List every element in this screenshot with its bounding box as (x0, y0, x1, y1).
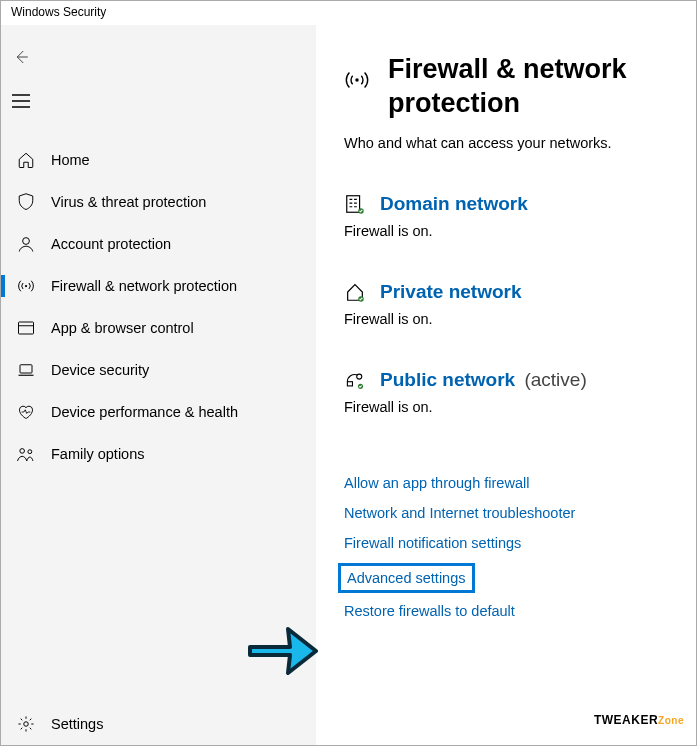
shield-icon (15, 191, 37, 213)
hamburger-icon (12, 94, 30, 108)
network-status: Firewall is on. (344, 399, 676, 415)
network-title: Public network (380, 369, 515, 390)
sidebar-item-firewall[interactable]: Firewall & network protection (1, 265, 316, 307)
svg-point-12 (357, 374, 362, 379)
antenna-large-icon (344, 67, 370, 93)
back-arrow-icon (12, 48, 30, 66)
sidebar-item-family[interactable]: Family options (1, 433, 316, 475)
back-button[interactable] (1, 39, 41, 75)
svg-rect-3 (20, 365, 32, 373)
sidebar-item-performance[interactable]: Device performance & health (1, 391, 316, 433)
network-active-suffix: (active) (519, 369, 587, 390)
link-troubleshooter[interactable]: Network and Internet troubleshooter (344, 505, 575, 521)
link-restore-defaults[interactable]: Restore firewalls to default (344, 603, 515, 619)
watermark-a: TWEAKER (594, 713, 658, 727)
sidebar-item-label: Device security (51, 362, 149, 378)
svg-point-1 (25, 285, 27, 287)
svg-rect-2 (19, 322, 34, 334)
nav-list: Home Virus & threat protection Account p… (1, 139, 316, 703)
network-title: Domain network (380, 193, 528, 215)
sidebar-item-label: Virus & threat protection (51, 194, 206, 210)
domain-network-icon (344, 193, 366, 215)
page-title: Firewall & network protection (388, 53, 676, 121)
link-notification-settings[interactable]: Firewall notification settings (344, 535, 521, 551)
svg-point-5 (28, 450, 32, 454)
hamburger-menu-button[interactable] (1, 81, 41, 121)
page-description: Who and what can access your networks. (344, 135, 676, 151)
network-private[interactable]: Private network Firewall is on. (344, 281, 676, 327)
links-section: Allow an app through firewall Network an… (344, 475, 676, 619)
public-network-icon (344, 369, 366, 391)
svg-point-6 (24, 722, 29, 727)
antenna-icon (15, 275, 37, 297)
private-network-icon (344, 281, 366, 303)
network-title: Private network (380, 281, 522, 303)
sidebar-item-device-security[interactable]: Device security (1, 349, 316, 391)
network-public[interactable]: Public network (active) Firewall is on. (344, 369, 676, 415)
sidebar-item-virus[interactable]: Virus & threat protection (1, 181, 316, 223)
link-allow-app[interactable]: Allow an app through firewall (344, 475, 529, 491)
svg-rect-11 (347, 381, 352, 385)
sidebar-item-label: Firewall & network protection (51, 278, 237, 294)
svg-rect-8 (347, 195, 360, 212)
watermark-b: Zone (658, 715, 684, 726)
sidebar-item-home[interactable]: Home (1, 139, 316, 181)
network-domain[interactable]: Domain network Firewall is on. (344, 193, 676, 239)
browser-icon (15, 317, 37, 339)
gear-icon (15, 713, 37, 735)
sidebar-item-label: Account protection (51, 236, 171, 252)
main-panel: Firewall & network protection Who and wh… (316, 25, 696, 745)
sidebar-item-settings[interactable]: Settings (1, 703, 316, 745)
network-status: Firewall is on. (344, 311, 676, 327)
watermark: TWEAKERZone (594, 713, 684, 727)
sidebar-item-appbrowser[interactable]: App & browser control (1, 307, 316, 349)
link-advanced-settings[interactable]: Advanced settings (338, 563, 475, 593)
home-icon (15, 149, 37, 171)
laptop-icon (15, 359, 37, 381)
svg-point-4 (20, 449, 25, 454)
sidebar-item-label: Device performance & health (51, 404, 238, 420)
window-title: Windows Security (1, 1, 696, 25)
sidebar-item-label: Settings (51, 716, 103, 732)
sidebar-item-label: Home (51, 152, 90, 168)
family-icon (15, 443, 37, 465)
sidebar-item-account[interactable]: Account protection (1, 223, 316, 265)
svg-point-7 (355, 78, 358, 81)
person-icon (15, 233, 37, 255)
sidebar-item-label: App & browser control (51, 320, 194, 336)
sidebar-item-label: Family options (51, 446, 144, 462)
sidebar: Home Virus & threat protection Account p… (1, 25, 316, 745)
svg-point-0 (23, 238, 30, 245)
heart-icon (15, 401, 37, 423)
network-status: Firewall is on. (344, 223, 676, 239)
